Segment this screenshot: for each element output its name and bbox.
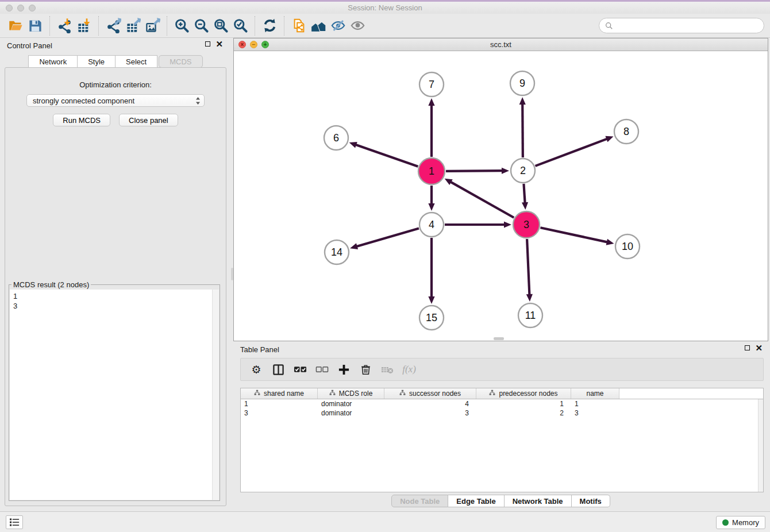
- graph-edge-4-15[interactable]: [428, 238, 434, 304]
- table-scrollbar[interactable]: [758, 399, 763, 492]
- tab-network-table[interactable]: Network Table: [505, 495, 572, 507]
- graph-node-14[interactable]: 14: [325, 240, 349, 264]
- graph-edge-2-8[interactable]: [536, 136, 614, 166]
- close-panel-button[interactable]: Close panel: [119, 114, 178, 126]
- tab-network[interactable]: Network: [28, 55, 78, 68]
- memory-button[interactable]: Memory: [716, 516, 765, 529]
- float-table-panel-icon[interactable]: [745, 345, 750, 350]
- graph-node-7[interactable]: 7: [419, 72, 444, 97]
- gear-icon[interactable]: ⚙: [247, 361, 266, 378]
- export-table-icon[interactable]: [123, 17, 143, 35]
- table-cell[interactable]: 3: [384, 408, 476, 418]
- zoom-selected-icon[interactable]: [230, 17, 250, 35]
- column-header-successor-nodes[interactable]: successor nodes: [384, 388, 476, 399]
- graph-edge-1-6[interactable]: [349, 142, 418, 167]
- column-header-predecessor-nodes[interactable]: predecessor nodes: [476, 388, 571, 399]
- tab-edge-table[interactable]: Edge Table: [448, 495, 504, 507]
- tab-select[interactable]: Select: [116, 55, 157, 68]
- mcds-result-scrollbar[interactable]: [212, 290, 219, 500]
- tab-motifs[interactable]: Motifs: [572, 495, 610, 507]
- export-image-icon[interactable]: [143, 17, 162, 35]
- network-hscroll-nub[interactable]: [494, 337, 504, 340]
- table-cell[interactable]: 1: [571, 399, 619, 408]
- table-cell[interactable]: dominator: [318, 399, 384, 408]
- hide-selected-icon[interactable]: [328, 17, 348, 35]
- graph-node-11[interactable]: 11: [518, 303, 542, 327]
- mcds-result-box: MCDS result (2 nodes) 1 3: [9, 284, 220, 501]
- import-network-icon[interactable]: [55, 17, 74, 35]
- close-table-panel-icon[interactable]: ✕: [755, 345, 763, 350]
- float-panel-icon[interactable]: [205, 41, 210, 47]
- export-network-icon[interactable]: [103, 17, 123, 35]
- table-cell[interactable]: 2: [476, 408, 571, 418]
- split-columns-icon[interactable]: [268, 361, 288, 378]
- column-header-shared-name[interactable]: shared name: [241, 388, 318, 399]
- zoom-in-icon[interactable]: [172, 17, 191, 35]
- first-neighbors-icon[interactable]: [309, 17, 328, 35]
- graph-edge-4-14[interactable]: [350, 228, 419, 249]
- node-table: shared nameMCDS rolesuccessor nodesprede…: [240, 388, 764, 492]
- table-cell[interactable]: 3: [241, 408, 318, 418]
- graph-edge-1-7[interactable]: [428, 98, 434, 157]
- graph-edge-2-3[interactable]: [522, 184, 528, 210]
- mcds-panel: Optimization criterion: strongly connect…: [5, 67, 226, 506]
- table-cell[interactable]: dominator: [318, 408, 384, 418]
- table-cell[interactable]: 1: [476, 399, 571, 408]
- graph-node-2[interactable]: 2: [511, 159, 535, 183]
- mcds-result-title: MCDS result (2 nodes): [11, 280, 91, 289]
- function-builder-icon: f(x): [399, 361, 419, 378]
- mcds-result-area[interactable]: 1 3: [10, 290, 219, 500]
- network-graph-canvas[interactable]: 7968124314101511: [234, 51, 768, 341]
- tab-node-table[interactable]: Node Table: [391, 495, 448, 507]
- table-cell[interactable]: 4: [384, 399, 476, 408]
- run-mcds-button[interactable]: Run MCDS: [53, 114, 110, 126]
- graph-node-10[interactable]: 10: [615, 234, 640, 259]
- status-bar: Memory: [0, 511, 770, 532]
- graph-node-15[interactable]: 15: [419, 306, 444, 330]
- delete-column-icon[interactable]: [356, 361, 375, 378]
- clone-network-icon[interactable]: [289, 17, 309, 35]
- zoom-out-icon[interactable]: [191, 17, 211, 35]
- task-history-button[interactable]: [6, 515, 23, 529]
- table-cell[interactable]: 3: [571, 408, 619, 418]
- close-panel-icon[interactable]: ✕: [215, 41, 223, 47]
- window-title: Session: New Session: [0, 3, 770, 12]
- graph-node-8[interactable]: 8: [614, 119, 638, 144]
- import-table-icon[interactable]: [74, 17, 94, 35]
- table-cell[interactable]: 1: [241, 399, 318, 408]
- svg-text:11: 11: [525, 310, 536, 321]
- graph-node-9[interactable]: 9: [510, 71, 534, 95]
- tab-style[interactable]: Style: [78, 55, 116, 68]
- graph-edge-3-10[interactable]: [540, 228, 614, 245]
- table-toolbar: ⚙f(x): [240, 358, 764, 381]
- search-field[interactable]: [599, 18, 764, 33]
- graph-node-6[interactable]: 6: [324, 126, 348, 150]
- table-row[interactable]: 1dominator411: [241, 399, 763, 408]
- graph-node-1[interactable]: 1: [418, 158, 445, 184]
- graph-edge-1-4[interactable]: [428, 186, 434, 211]
- network-view-window: × − + scc.txt 7968124314101511: [233, 38, 768, 341]
- column-header-MCDS-role[interactable]: MCDS role: [318, 388, 384, 399]
- graph-node-3[interactable]: 3: [513, 211, 540, 238]
- deselect-all-icon[interactable]: [312, 361, 332, 378]
- graph-edge-1-2[interactable]: [446, 168, 509, 174]
- table-row[interactable]: 3dominator323: [241, 408, 763, 418]
- refresh-layout-icon[interactable]: [260, 17, 279, 35]
- open-session-icon[interactable]: [6, 17, 25, 35]
- task-list-icon: [9, 518, 20, 527]
- optimization-criterion-select[interactable]: strongly connected component: [26, 94, 205, 107]
- zoom-fit-icon[interactable]: [211, 17, 230, 35]
- search-input[interactable]: [617, 21, 758, 30]
- save-session-icon[interactable]: [25, 17, 45, 35]
- column-header-name[interactable]: name: [571, 388, 619, 399]
- select-all-icon[interactable]: [290, 361, 310, 378]
- graph-edge-4-3[interactable]: [445, 221, 511, 228]
- graph-edge-3-11[interactable]: [526, 239, 533, 302]
- graph-node-4[interactable]: 4: [419, 213, 444, 237]
- tab-mcds[interactable]: MCDS: [159, 55, 202, 68]
- graph-edge-3-1[interactable]: [445, 179, 514, 218]
- add-column-icon[interactable]: [334, 361, 353, 378]
- network-window-titlebar[interactable]: × − + scc.txt: [234, 38, 768, 51]
- graph-edge-2-9[interactable]: [519, 97, 526, 157]
- show-all-icon[interactable]: [348, 17, 367, 35]
